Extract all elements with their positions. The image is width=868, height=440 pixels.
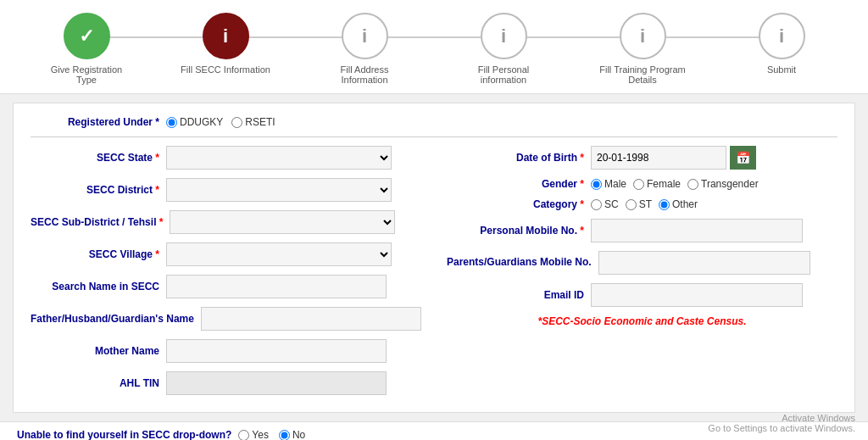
step-3-label: Fill Address Information <box>318 64 411 85</box>
secc-district-label: SECC District * <box>31 184 166 196</box>
dob-label: Date of Birth * <box>447 152 591 164</box>
ahl-tin-label: AHL TIN <box>31 377 166 389</box>
step-5-label: Fill Training Program Details <box>596 64 689 85</box>
bottom-radio-group: Yes No <box>238 429 305 440</box>
email-input[interactable] <box>591 283 803 307</box>
step-4[interactable]: i Fill Personal information <box>434 13 573 85</box>
step-2-label: Fill SECC Information <box>181 64 270 75</box>
step-1-circle: ✓ <box>64 13 110 59</box>
parents-mobile-row: Parents/Guardians Mobile No. <box>447 251 837 275</box>
mother-name-input[interactable] <box>166 339 387 363</box>
personal-mobile-row: Personal Mobile No. * <box>447 219 837 242</box>
step-6-circle: i <box>759 13 805 59</box>
gender-radio-group: Male Female Transgender <box>591 178 759 190</box>
windows-watermark: Activate Windows Go to Settings to activ… <box>708 413 855 433</box>
gender-label: Gender * <box>447 178 591 190</box>
search-name-input[interactable] <box>166 275 387 298</box>
father-name-row: Father/Husband/Guardian's Name <box>31 307 421 331</box>
radio-yes-input[interactable] <box>238 430 249 441</box>
parents-mobile-input[interactable] <box>598 251 810 275</box>
category-label: Category * <box>447 198 591 210</box>
radio-female-input[interactable] <box>633 179 644 190</box>
registered-under-row: Registered Under * DDUGKY RSETI <box>31 116 837 128</box>
parents-mobile-label: Parents/Guardians Mobile No. <box>447 256 598 270</box>
windows-line1: Activate Windows <box>708 413 855 423</box>
radio-female[interactable]: Female <box>633 178 681 190</box>
secc-state-label: SECC State * <box>31 152 166 164</box>
step-4-label: Fill Personal information <box>457 64 550 85</box>
form-grid: SECC State * SECC District * <box>31 146 837 404</box>
search-name-row: Search Name in SECC <box>31 275 421 298</box>
ahl-tin-input[interactable] <box>166 371 387 395</box>
step-3-circle: i <box>342 13 388 59</box>
secc-state-select[interactable] <box>166 146 392 170</box>
step-1[interactable]: ✓ Give Registration Type <box>17 13 156 85</box>
registered-under-radio-group: DDUGKY RSETI <box>166 116 275 128</box>
radio-other-input[interactable] <box>659 199 670 210</box>
secc-subdistrict-row: SECC Sub-District / Tehsil * <box>31 210 421 234</box>
secc-district-select[interactable] <box>166 178 392 202</box>
mother-name-row: Mother Name <box>31 339 421 363</box>
secc-subdistrict-select[interactable] <box>170 210 395 234</box>
gender-row: Gender * Male Female Transgender <box>447 178 837 190</box>
personal-mobile-input[interactable] <box>591 219 803 242</box>
calendar-button[interactable]: 📅 <box>730 146 756 170</box>
step-6[interactable]: i Submit <box>712 13 851 75</box>
email-label: Email ID <box>447 289 591 301</box>
dob-group: 📅 <box>591 146 756 170</box>
dob-row: Date of Birth * 📅 <box>447 146 837 170</box>
form-left: SECC State * SECC District * <box>31 146 421 404</box>
radio-male-input[interactable] <box>591 179 602 190</box>
divider <box>31 136 837 137</box>
progress-bar: ✓ Give Registration Type i Fill SECC Inf… <box>0 0 868 94</box>
radio-male[interactable]: Male <box>591 178 626 190</box>
secc-village-row: SECC Village * <box>31 242 421 266</box>
mother-name-label: Mother Name <box>31 345 166 357</box>
search-name-label: Search Name in SECC <box>31 281 166 292</box>
secc-subdistrict-label: SECC Sub-District / Tehsil * <box>31 216 170 228</box>
step-3[interactable]: i Fill Address Information <box>295 13 434 85</box>
radio-rseti-input[interactable] <box>231 117 242 128</box>
form-container: Registered Under * DDUGKY RSETI SECC Sta… <box>13 103 855 413</box>
bottom-label: Unable to find yourself in SECC drop-dow… <box>17 429 231 440</box>
secc-village-select[interactable] <box>166 242 392 266</box>
step-2-circle: i <box>203 13 249 59</box>
registered-under-label: Registered Under * <box>31 116 166 128</box>
father-name-input[interactable] <box>201 307 421 331</box>
radio-transgender-input[interactable] <box>687 179 698 190</box>
secc-village-label: SECC Village * <box>31 248 166 260</box>
step-2[interactable]: i Fill SECC Information <box>156 13 295 75</box>
category-row: Category * SC ST Other <box>447 198 837 210</box>
radio-ddugky-input[interactable] <box>166 117 177 128</box>
step-5[interactable]: i Fill Training Program Details <box>573 13 712 85</box>
secc-state-row: SECC State * <box>31 146 421 170</box>
radio-st-input[interactable] <box>626 199 637 210</box>
step-5-circle: i <box>620 13 666 59</box>
secc-note: *SECC-Socio Economic and Caste Census. <box>447 315 837 327</box>
dob-input[interactable] <box>591 146 726 170</box>
calendar-icon: 📅 <box>736 151 750 164</box>
step-1-label: Give Registration Type <box>40 64 133 85</box>
radio-yes[interactable]: Yes <box>238 429 269 440</box>
radio-sc-input[interactable] <box>591 199 602 210</box>
ahl-tin-row: AHL TIN <box>31 371 421 395</box>
radio-sc[interactable]: SC <box>591 198 619 210</box>
father-name-label: Father/Husband/Guardian's Name <box>31 313 201 325</box>
windows-line2: Go to Settings to activate Windows. <box>708 423 855 433</box>
email-row: Email ID <box>447 283 837 307</box>
radio-no-input[interactable] <box>279 430 290 441</box>
radio-rseti[interactable]: RSETI <box>231 116 275 128</box>
category-radio-group: SC ST Other <box>591 198 698 210</box>
step-6-label: Submit <box>767 64 796 75</box>
personal-mobile-label: Personal Mobile No. * <box>447 225 591 237</box>
form-right: Date of Birth * 📅 Gender * <box>447 146 837 404</box>
secc-district-row: SECC District * <box>31 178 421 202</box>
step-4-circle: i <box>481 13 527 59</box>
radio-st[interactable]: ST <box>626 198 652 210</box>
radio-no[interactable]: No <box>279 429 305 440</box>
radio-transgender[interactable]: Transgender <box>687 178 759 190</box>
radio-other[interactable]: Other <box>659 198 698 210</box>
radio-ddugky[interactable]: DDUGKY <box>166 116 223 128</box>
